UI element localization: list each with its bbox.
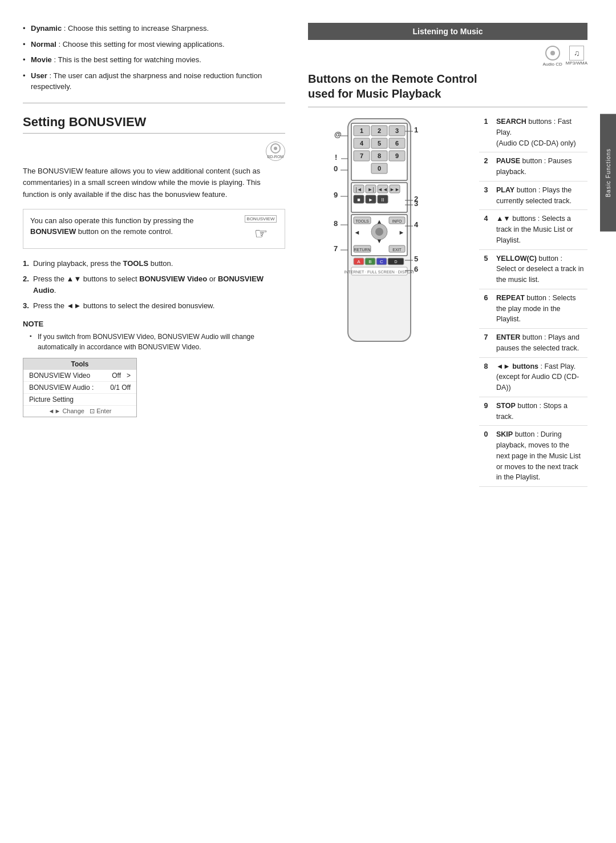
svg-text:8: 8 — [334, 219, 338, 228]
table-row: 9 STOP button : Stops a track. — [479, 397, 587, 426]
bonusview-heading: Setting BONUSVIEW — [23, 115, 285, 134]
row-num-8: 8 — [479, 357, 493, 397]
table-row: 4 ▲▼ buttons : Selects a track in the Mu… — [479, 210, 587, 249]
svg-text:►|: ►| — [367, 187, 374, 192]
tools-menu-footer: ◄► Change ⊡ Enter — [23, 406, 136, 417]
row-text-9: STOP button : Stops a track. — [493, 397, 587, 426]
svg-text:EXIT: EXIT — [392, 248, 402, 252]
right-separator — [308, 107, 587, 107]
table-row: 2 PAUSE button : Pauses playback. — [479, 152, 587, 181]
step-3: 3. Press the ◄► buttons to select the de… — [23, 300, 285, 312]
svg-text:2: 2 — [378, 127, 381, 134]
svg-text:0: 0 — [378, 165, 381, 172]
svg-text:■: ■ — [357, 197, 360, 203]
separator — [23, 103, 285, 103]
bd-rom-badge: BD-ROM — [266, 142, 285, 161]
bullet-normal: Normal : Choose this setting for most vi… — [23, 39, 285, 50]
bullet-movie: Movie : This is the best setting for wat… — [23, 54, 285, 66]
mp3wma-badge: ♫ MP3/WMA — [566, 46, 587, 67]
note-bullet-1: If you switch from BONUSVIEW Video, BONU… — [30, 332, 285, 352]
svg-text:7: 7 — [334, 244, 338, 253]
row-num-0: 0 — [479, 426, 493, 487]
svg-text:5: 5 — [378, 140, 381, 147]
svg-point-45 — [375, 228, 383, 236]
row-text-8: ◄► buttons : Fast Play.(except for Audio… — [493, 357, 587, 397]
svg-text:4: 4 — [414, 220, 419, 229]
row-num-7: 7 — [479, 329, 493, 358]
svg-text:9: 9 — [334, 191, 338, 199]
audio-cd-icon — [545, 46, 560, 60]
tip-box-image: BONUSVIEW ☞ — [244, 215, 278, 243]
bonusview-body: The BONUSVIEW feature allows you to view… — [23, 166, 285, 201]
svg-text:◄: ◄ — [354, 229, 360, 236]
tip-box: You can also operate this function by pr… — [23, 209, 285, 249]
table-row: 0 SKIP button : During playback, moves t… — [479, 426, 587, 487]
intro-bullets: Dynamic : Choose this setting to increas… — [23, 23, 285, 92]
hand-icon: ☞ — [254, 225, 268, 243]
svg-text:9: 9 — [395, 152, 399, 159]
table-row: 5 YELLOW(C) button : Select or deselect … — [479, 249, 587, 289]
svg-text:A: A — [357, 259, 360, 264]
row-num-3: 3 — [479, 181, 493, 210]
svg-text:RETURN: RETURN — [354, 248, 370, 252]
step-2: 2. Press the ▲▼ buttons to select BONUSV… — [23, 273, 285, 296]
svg-text:6: 6 — [395, 140, 399, 147]
note-section: NOTE If you switch from BONUSVIEW Video,… — [23, 320, 285, 417]
row-text-4: ▲▼ buttons : Selects a track in the Musi… — [493, 210, 587, 249]
tools-menu-row-3: Picture Setting — [23, 394, 136, 406]
row-text-6: REPEAT button : Selects the play mode in… — [493, 289, 587, 328]
svg-text:D: D — [394, 260, 397, 264]
tools-menu-row-1: BONUSVIEW VideoOff > — [23, 370, 136, 382]
svg-text:TOOLS: TOOLS — [355, 219, 369, 223]
row-text-5: YELLOW(C) button : Select or deselect a … — [493, 249, 587, 289]
row-text-0: SKIP button : During playback, moves to … — [493, 426, 587, 487]
row-text-2: PAUSE button : Pauses playback. — [493, 152, 587, 181]
svg-text:►►: ►► — [390, 187, 400, 192]
listening-header: Listening to Music — [308, 23, 587, 40]
svg-text:INTERNET · FULL SCREEN · DISPL: INTERNET · FULL SCREEN · DISPLAY — [344, 270, 415, 274]
mp3wma-icon: ♫ — [569, 46, 584, 60]
tools-menu-header: Tools — [23, 358, 136, 370]
svg-text:3: 3 — [395, 127, 399, 134]
table-row: 1 SEARCH buttons : Fast Play.(Audio CD (… — [479, 113, 587, 152]
bd-rom-badge-row: BD-ROM — [23, 142, 285, 161]
badge-disc-inner — [274, 147, 277, 150]
badge-label: BD-ROM — [268, 155, 283, 159]
badge-disc-icon — [270, 143, 281, 154]
bullet-user: User : The user can adjust the sharpness… — [23, 70, 285, 92]
note-bullets: If you switch from BONUSVIEW Video, BONU… — [23, 332, 285, 352]
left-column: Dynamic : Choose this setting to increas… — [23, 23, 302, 820]
row-text-1: SEARCH buttons : Fast Play.(Audio CD (CD… — [493, 113, 587, 152]
row-num-2: 2 — [479, 152, 493, 181]
svg-text:5: 5 — [414, 255, 418, 263]
side-tab: Basic Functions — [600, 114, 616, 232]
audio-cd-badge: Audio CD — [543, 46, 562, 67]
disc-inner — [550, 51, 555, 55]
svg-text:II: II — [381, 197, 384, 203]
reference-table: 1 SEARCH buttons : Fast Play.(Audio CD (… — [479, 113, 587, 487]
row-num-6: 6 — [479, 289, 493, 328]
table-row: 6 REPEAT button : Selects the play mode … — [479, 289, 587, 328]
row-text-7: ENTER button : Plays and pauses the sele… — [493, 329, 587, 358]
step-1: 1. During playback, press the TOOLS butt… — [23, 258, 285, 269]
svg-text:1: 1 — [360, 127, 363, 134]
row-num-9: 9 — [479, 397, 493, 426]
bonusview-button-label: BONUSVIEW — [245, 215, 277, 223]
row-text-3: PLAY button : Plays the currently select… — [493, 181, 587, 210]
svg-text:B: B — [368, 259, 371, 264]
row-num-1: 1 — [479, 113, 493, 152]
tools-menu-row-2: BONUSVIEW Audio :0/1 Off — [23, 382, 136, 394]
svg-text:C: C — [380, 259, 383, 264]
right-section-heading: Buttons on the Remote Control used for M… — [308, 71, 587, 101]
svg-text:0: 0 — [334, 164, 338, 173]
table-row: 8 ◄► buttons : Fast Play.(except for Aud… — [479, 357, 587, 397]
svg-text:◄◄: ◄◄ — [378, 187, 388, 192]
reference-table-wrapper: 1 SEARCH buttons : Fast Play.(Audio CD (… — [479, 113, 587, 487]
steps-list: 1. During playback, press the TOOLS butt… — [23, 258, 285, 312]
svg-text:7: 7 — [360, 152, 363, 159]
svg-text:►: ► — [399, 229, 405, 236]
tip-box-text: You can also operate this function by pr… — [30, 215, 238, 237]
bullet-dynamic: Dynamic : Choose this setting to increas… — [23, 23, 285, 34]
right-column: Listening to Music Audio CD ♫ MP3/WMA Bu… — [302, 23, 616, 820]
svg-text:8: 8 — [378, 152, 381, 159]
